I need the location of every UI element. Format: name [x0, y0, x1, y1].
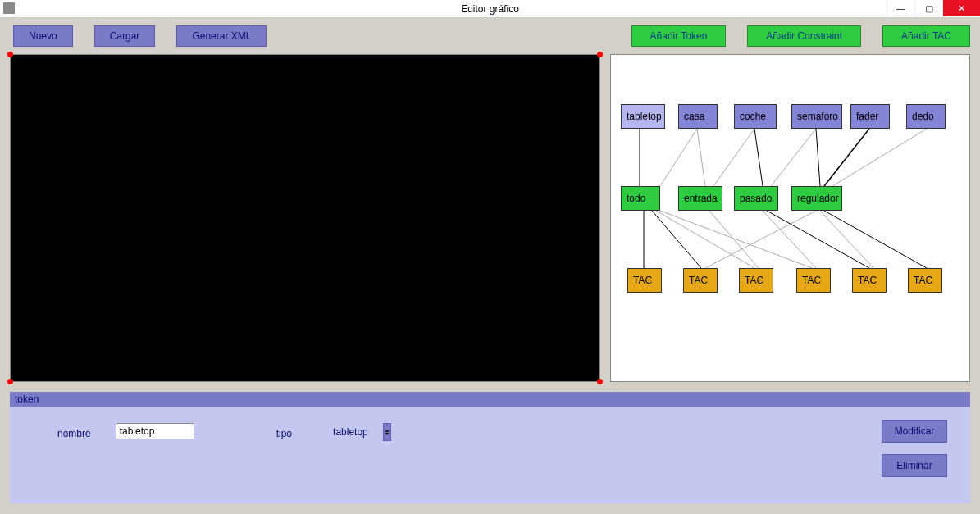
tac-node-1[interactable]: TAC — [683, 268, 718, 293]
maximize-button[interactable]: ▢ — [914, 0, 942, 16]
add-constraint-button[interactable]: Añadir Constraint — [747, 25, 861, 47]
svg-line-6 — [816, 129, 820, 186]
app-icon — [3, 2, 15, 14]
svg-line-5 — [771, 129, 816, 186]
tipo-combo[interactable]: tabletop — [333, 423, 391, 441]
window-controls: — ▢ ✕ — [887, 0, 980, 16]
tipo-spinner[interactable] — [383, 423, 391, 441]
tac-node-5[interactable]: TAC — [908, 268, 942, 293]
token-node-casa[interactable]: casa — [678, 104, 718, 129]
modificar-button[interactable]: Modificar — [882, 420, 947, 443]
tac-node-3[interactable]: TAC — [796, 268, 831, 293]
panel-body: nombre tipo tabletop Modificar Eliminar — [10, 407, 970, 503]
add-token-button[interactable]: Añadir Token — [631, 25, 727, 47]
token-node-coche[interactable]: coche — [734, 104, 777, 129]
toolbar-right: Añadir Token Añadir Constraint Añadir TA… — [631, 25, 970, 47]
svg-line-1 — [660, 129, 697, 186]
resize-handle-bl[interactable] — [7, 379, 13, 384]
minimize-button[interactable]: — — [887, 0, 914, 16]
tipo-label: tipo — [276, 428, 292, 439]
tipo-value: tabletop — [333, 426, 368, 438]
generar-xml-button[interactable]: Generar XML — [176, 25, 267, 47]
graph-panel[interactable]: tabletop casa coche semaforo fader dedo … — [610, 54, 970, 382]
svg-line-13 — [709, 211, 759, 268]
token-node-fader[interactable]: fader — [850, 104, 890, 129]
resize-handle-tl[interactable] — [7, 52, 13, 57]
eliminar-button[interactable]: Eliminar — [882, 454, 947, 477]
svg-line-4 — [754, 129, 763, 186]
svg-line-16 — [820, 211, 873, 268]
svg-line-18 — [705, 211, 816, 268]
nombre-label: nombre — [57, 428, 91, 439]
svg-line-2 — [697, 129, 705, 186]
panel-actions: Modificar Eliminar — [882, 420, 947, 477]
constraint-node-pasado[interactable]: pasado — [734, 186, 778, 211]
panel-header: token — [10, 392, 970, 407]
tac-node-4[interactable]: TAC — [852, 268, 887, 293]
constraint-node-entrada[interactable]: entrada — [678, 186, 722, 211]
token-node-semaforo[interactable]: semaforo — [791, 104, 842, 129]
title-bar: Editor gráfico — ▢ ✕ — [0, 0, 980, 18]
tac-node-0[interactable]: TAC — [627, 268, 662, 293]
preview-canvas[interactable] — [10, 54, 600, 382]
window-title: Editor gráfico — [461, 3, 519, 15]
constraint-node-regulador[interactable]: regulador — [791, 186, 842, 211]
main-area: tabletop casa coche semaforo fader dedo … — [0, 54, 980, 385]
add-tac-button[interactable]: Añadir TAC — [882, 25, 970, 47]
close-button[interactable]: ✕ — [942, 0, 980, 16]
nuevo-button[interactable]: Nuevo — [13, 25, 73, 47]
resize-handle-br[interactable] — [597, 379, 603, 384]
token-node-tabletop[interactable]: tabletop — [621, 104, 665, 129]
svg-line-10 — [652, 211, 701, 268]
toolbar-left: Nuevo Cargar Generar XML — [10, 25, 267, 47]
canvas-container — [10, 54, 600, 382]
svg-line-3 — [713, 129, 754, 186]
svg-line-15 — [767, 211, 869, 268]
constraint-node-todo[interactable]: todo — [621, 186, 660, 211]
resize-handle-tr[interactable] — [597, 52, 603, 57]
toolbar: Nuevo Cargar Generar XML Añadir Token Añ… — [0, 18, 980, 54]
nombre-input[interactable] — [116, 423, 194, 439]
svg-line-11 — [656, 211, 754, 268]
svg-line-17 — [824, 211, 927, 268]
token-node-dedo[interactable]: dedo — [906, 104, 946, 129]
properties-panel: token nombre tipo tabletop Modificar Eli… — [10, 392, 970, 503]
cargar-button[interactable]: Cargar — [94, 25, 156, 47]
tac-node-2[interactable]: TAC — [739, 268, 773, 293]
